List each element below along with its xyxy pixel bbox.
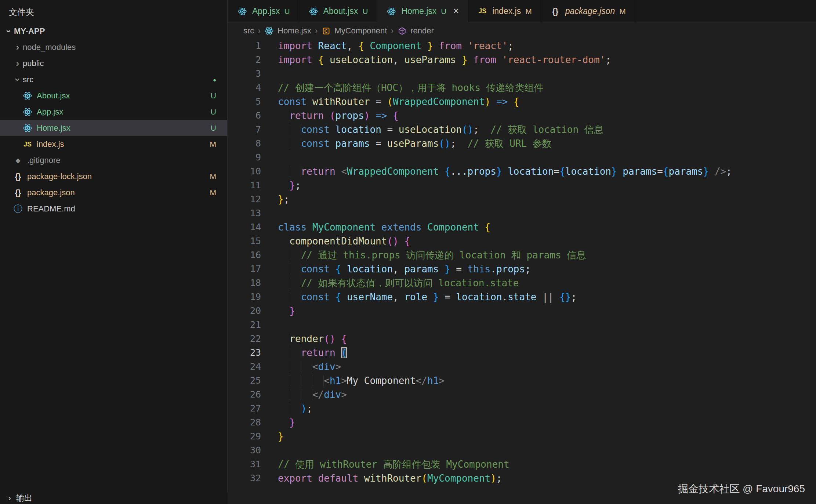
- code-line-19[interactable]: const { userName, role } = location.stat…: [278, 290, 816, 304]
- breadcrumb-item-Home.jsx[interactable]: Home.jsx: [264, 26, 311, 36]
- tree-item-Home.jsx[interactable]: Home.jsxU: [0, 120, 227, 136]
- chevron-right-icon: ›: [12, 58, 23, 69]
- code-line-8[interactable]: const params = useParams(); // 获取 URL 参数: [278, 137, 816, 151]
- code-line-30[interactable]: [278, 443, 816, 457]
- file-label: node_modules: [23, 43, 76, 52]
- project-name: MY-APP: [14, 26, 45, 36]
- line-number: 22: [228, 332, 261, 346]
- code-line-24[interactable]: <div>: [278, 360, 816, 374]
- line-number: 19: [228, 290, 261, 304]
- code-line-13[interactable]: [278, 206, 816, 220]
- code-line-7[interactable]: const location = useLocation(); // 获取 lo…: [278, 123, 816, 137]
- panel-output[interactable]: › 输出: [0, 492, 228, 504]
- tree-item-README.md[interactable]: ⓘREADME.md: [0, 201, 227, 217]
- code-line-15[interactable]: componentDidMount() {: [278, 234, 816, 248]
- tab-Home.jsx[interactable]: Home.jsxU×: [377, 0, 468, 22]
- git-badge: M: [619, 7, 626, 16]
- tree-item-package-lock.json[interactable]: {}package-lock.jsonM: [0, 168, 227, 185]
- info-icon: ⓘ: [12, 203, 23, 215]
- tree-item-public[interactable]: ›public: [0, 55, 227, 72]
- breadcrumb-item-src[interactable]: src: [243, 26, 254, 36]
- breadcrumb-label: Home.jsx: [278, 26, 311, 36]
- git-badge: M: [210, 172, 217, 181]
- tree-item-package.json[interactable]: {}package.jsonM: [0, 185, 227, 201]
- code-line-23[interactable]: return (: [278, 346, 816, 360]
- project-root-row[interactable]: › MY-APP: [0, 23, 227, 39]
- code-line-11[interactable]: };: [278, 178, 816, 192]
- file-label: package.json: [27, 188, 75, 197]
- code-line-16[interactable]: // 通过 this.props 访问传递的 location 和 params…: [278, 248, 816, 262]
- file-label: .gitignore: [27, 156, 61, 165]
- tree-item-App.jsx[interactable]: App.jsxU: [0, 104, 227, 120]
- git-badge: M: [210, 188, 217, 197]
- tree-item-index.js[interactable]: JSindex.jsM: [0, 136, 227, 152]
- breadcrumb-label: src: [243, 26, 254, 36]
- code-line-26[interactable]: </div>: [278, 388, 816, 402]
- line-number: 31: [228, 457, 261, 471]
- line-number: 5: [228, 95, 261, 109]
- code-line-18[interactable]: // 如果有状态值，则可以访问 location.state: [278, 276, 816, 290]
- line-number: 15: [228, 234, 261, 248]
- chevron-right-icon: ›: [8, 493, 11, 503]
- tree-item-node_modules[interactable]: ›node_modules: [0, 39, 227, 55]
- breadcrumb-separator-icon: ›: [315, 26, 318, 36]
- code-line-9[interactable]: [278, 151, 816, 164]
- tab-label: package.json: [565, 6, 615, 16]
- code-line-10[interactable]: return <WrappedComponent {...props} loca…: [278, 164, 816, 178]
- code-line-5[interactable]: const withRouter = (WrappedComponent) =>…: [278, 95, 816, 109]
- tab-package.json[interactable]: {}package.jsonM: [541, 0, 635, 22]
- tree-item-src[interactable]: ›src●: [0, 72, 227, 88]
- git-badge: U: [211, 108, 216, 116]
- line-number: 21: [228, 318, 261, 332]
- tab-label: About.jsx: [323, 6, 358, 16]
- code-line-12[interactable]: };: [278, 192, 816, 206]
- tab-bar: App.jsxUAbout.jsxUHome.jsxU×JSindex.jsM{…: [228, 0, 816, 23]
- breadcrumb-item-MyComponent[interactable]: MyComponent: [321, 26, 387, 36]
- method-icon: [397, 27, 407, 35]
- code-line-2[interactable]: import { useLocation, useParams } from '…: [278, 53, 816, 67]
- code-line-14[interactable]: class MyComponent extends Component {: [278, 220, 816, 234]
- git-badge: ●: [213, 77, 216, 83]
- code-line-20[interactable]: }: [278, 304, 816, 318]
- line-number: 4: [228, 81, 261, 95]
- code-line-29[interactable]: }: [278, 429, 816, 443]
- breadcrumb-separator-icon: ›: [258, 26, 261, 36]
- tree-item-About.jsx[interactable]: About.jsxU: [0, 88, 227, 104]
- line-number: 10: [228, 164, 261, 178]
- tab-label: App.jsx: [252, 6, 280, 16]
- code-line-4[interactable]: // 创建一个高阶组件（HOC），用于将 hooks 传递给类组件: [278, 81, 816, 95]
- tab-About.jsx[interactable]: About.jsxU: [299, 0, 377, 22]
- git-badge: U: [211, 124, 216, 133]
- line-number: 12: [228, 192, 261, 206]
- breadcrumb: src›Home.jsx›MyComponent›render: [228, 23, 816, 39]
- line-number: 32: [228, 471, 261, 485]
- chevron-down-icon: ›: [4, 26, 14, 36]
- code-line-27[interactable]: );: [278, 402, 816, 416]
- line-number: 1: [228, 39, 261, 53]
- breadcrumb-item-render[interactable]: render: [397, 26, 434, 36]
- tab-index.js[interactable]: JSindex.jsM: [468, 0, 541, 22]
- explorer-header: 文件夹: [0, 0, 227, 23]
- line-number: 28: [228, 416, 261, 429]
- code-editor[interactable]: 1234567891011121314151617181920212223242…: [228, 39, 816, 504]
- class-icon: [321, 27, 331, 35]
- line-number: 18: [228, 276, 261, 290]
- code-line-25[interactable]: <h1>My Component</h1>: [278, 374, 816, 388]
- code-line-21[interactable]: [278, 318, 816, 332]
- code-line-6[interactable]: return (props) => {: [278, 109, 816, 123]
- close-icon[interactable]: ×: [453, 6, 459, 16]
- code-line-3[interactable]: [278, 67, 816, 81]
- file-label: Home.jsx: [37, 123, 70, 133]
- tree-item-.gitignore[interactable]: ◆.gitignore: [0, 152, 227, 168]
- code-line-28[interactable]: }: [278, 416, 816, 429]
- line-number: 6: [228, 109, 261, 123]
- code-line-22[interactable]: render() {: [278, 332, 816, 346]
- code-content[interactable]: import React, { Component } from 'react'…: [261, 39, 816, 504]
- tab-App.jsx[interactable]: App.jsxU: [228, 0, 299, 22]
- code-line-17[interactable]: const { location, params } = this.props;: [278, 262, 816, 276]
- git-badge: U: [362, 7, 368, 16]
- code-line-31[interactable]: // 使用 withRouter 高阶组件包装 MyComponent: [278, 457, 816, 471]
- git-badge: M: [210, 140, 217, 149]
- line-number: 13: [228, 206, 261, 220]
- code-line-1[interactable]: import React, { Component } from 'react'…: [278, 39, 816, 53]
